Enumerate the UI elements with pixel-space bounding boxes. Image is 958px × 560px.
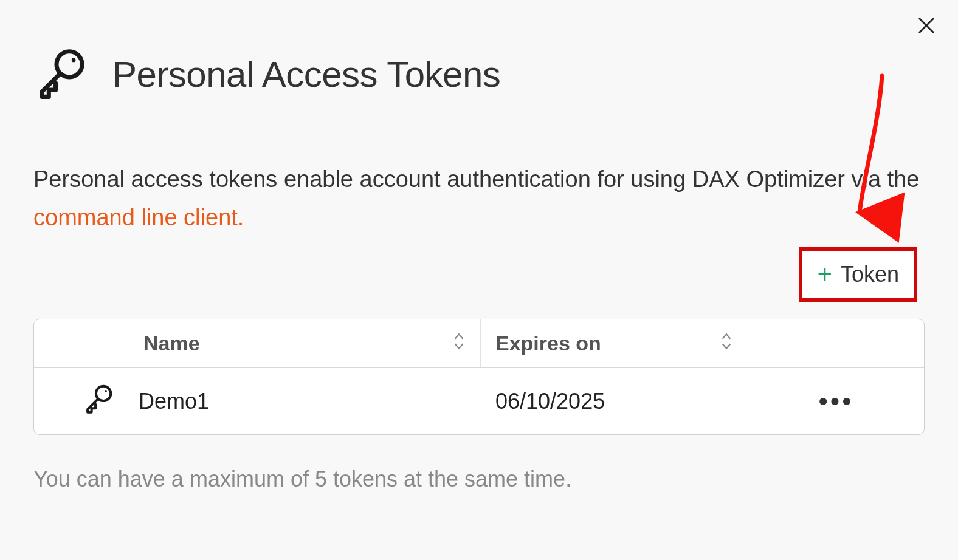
- column-header-name[interactable]: Name: [34, 319, 481, 367]
- column-header-expires-label: Expires on: [495, 332, 601, 355]
- add-token-row: + Token: [33, 247, 925, 302]
- sort-icon: [452, 332, 466, 355]
- token-expires: 06/10/2025: [495, 389, 605, 414]
- close-button[interactable]: [914, 13, 939, 38]
- more-icon: •••: [818, 388, 853, 415]
- plus-icon: +: [817, 262, 832, 287]
- column-header-expires[interactable]: Expires on: [481, 319, 748, 367]
- footer-note: You can have a maximum of 5 tokens at th…: [33, 466, 925, 492]
- row-actions-button[interactable]: •••: [748, 374, 924, 429]
- svg-point-3: [72, 58, 76, 63]
- sort-icon: [720, 332, 733, 355]
- column-header-actions: [748, 319, 924, 367]
- add-token-button[interactable]: + Token: [799, 247, 917, 302]
- header: Personal Access Tokens: [33, 46, 925, 103]
- token-name: Demo1: [139, 389, 209, 414]
- key-icon: [33, 46, 88, 103]
- description-text: Personal access tokens enable account au…: [33, 160, 925, 236]
- page-title: Personal Access Tokens: [112, 53, 500, 95]
- column-header-name-label: Name: [143, 332, 200, 355]
- key-icon: [83, 383, 114, 420]
- tokens-panel: Personal Access Tokens Personal access t…: [0, 0, 958, 510]
- cell-expires: 06/10/2025: [481, 374, 748, 429]
- svg-point-5: [105, 390, 107, 392]
- tokens-table: Name Expires on: [33, 319, 925, 435]
- cell-name: Demo1: [34, 368, 481, 434]
- add-token-label: Token: [841, 262, 899, 287]
- table-row: Demo1 06/10/2025 •••: [34, 368, 924, 434]
- cli-link[interactable]: command line client.: [33, 205, 244, 230]
- description-prefix: Personal access tokens enable account au…: [33, 166, 919, 192]
- table-header: Name Expires on: [34, 319, 924, 368]
- close-icon: [917, 16, 936, 35]
